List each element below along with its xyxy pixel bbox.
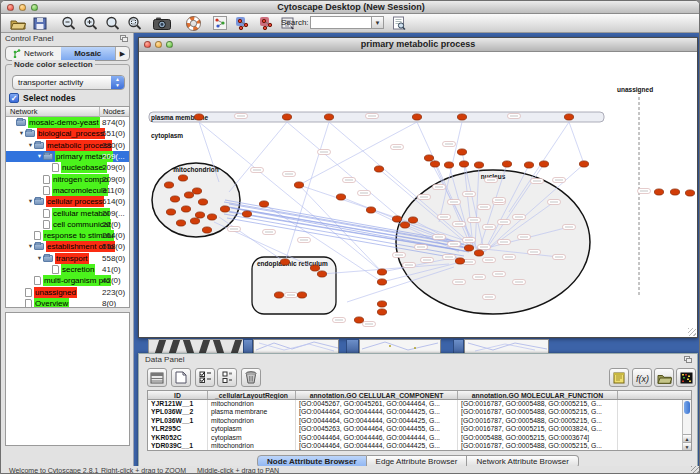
tree-row[interactable]: unassigned223(0)	[6, 286, 129, 297]
search-config-icon[interactable]	[390, 15, 408, 31]
tree-row[interactable]: cellular metabol209(...	[6, 207, 129, 218]
network-graph[interactable]: plasma membranecytoplasmmitochondrionnuc…	[139, 52, 697, 337]
tree-row[interactable]: cell communicat22(0)	[6, 219, 129, 230]
search-dropdown-icon[interactable]: ▼	[372, 16, 384, 29]
attribute-select-icon[interactable]	[147, 368, 167, 387]
search-input[interactable]	[310, 16, 372, 29]
tree-node-label[interactable]: transport	[55, 253, 89, 264]
tree-node-label[interactable]: secretion	[61, 264, 95, 275]
table-cell[interactable]: [GO:0016787, GO:0005488, GO:0005215, G..…	[458, 417, 618, 425]
attribute-matrix-icon[interactable]	[676, 368, 696, 387]
tree-expand-icon[interactable]: ▼	[27, 140, 34, 151]
table-scrollbar[interactable]: ▲ ▼	[682, 400, 691, 450]
open-session-icon[interactable]	[9, 15, 27, 31]
unselect-attributes-icon[interactable]	[217, 368, 237, 387]
attribute-table[interactable]: ID_cellularLayoutRegionannotation.GO CEL…	[147, 390, 692, 451]
tree-row[interactable]: ▼cellular process614(0)	[6, 196, 129, 207]
table-cell[interactable]: mitochondrion	[208, 442, 296, 450]
float-panel-icon[interactable]	[684, 356, 693, 364]
zoom-out-icon[interactable]	[59, 15, 77, 31]
tree-expand-icon[interactable]: ▼	[36, 151, 43, 162]
table-column-header[interactable]: _cellularLayoutRegion	[208, 391, 296, 399]
save-session-icon[interactable]	[31, 15, 49, 31]
table-row[interactable]: YPL036W__2plasma membrane[GO:0044464, GO…	[148, 408, 691, 416]
table-row[interactable]: YKR052Ccytoplasm[GO:0044464, GO:0044446,…	[148, 434, 691, 442]
tree-expand-icon[interactable]: ▼	[27, 241, 34, 252]
help-icon[interactable]	[184, 15, 202, 31]
network-view-window[interactable]: primary metabolic process plasma membran…	[138, 37, 698, 338]
table-cell[interactable]: YPL036W__2	[148, 408, 208, 416]
table-column-header[interactable]: ID	[148, 391, 208, 399]
network-tree-header[interactable]: Network Nodes	[6, 107, 129, 117]
delete-attribute-icon[interactable]	[241, 368, 261, 387]
table-cell[interactable]: YDR039C__1	[148, 442, 208, 450]
tree-row[interactable]: Overview8(0)	[6, 298, 129, 308]
zoom-selected-icon[interactable]	[125, 15, 143, 31]
tree-row[interactable]: secretion41(0)	[6, 264, 129, 275]
table-cell[interactable]: [GO:0044464, GO:0044444, GO:0044425, G..…	[296, 417, 458, 425]
snapshot-icon[interactable]	[153, 15, 171, 31]
table-row[interactable]: YPL036W__1mitochondrion[GO:0044464, GO:0…	[148, 417, 691, 425]
tree-row[interactable]: nitrogen compo209(0)	[6, 173, 129, 184]
zoom-fit-icon[interactable]	[103, 15, 121, 31]
table-cell[interactable]: cytoplasm	[208, 425, 296, 433]
attribute-table-header[interactable]: ID_cellularLayoutRegionannotation.GO CEL…	[148, 391, 691, 400]
table-cell[interactable]: YLR295C	[148, 425, 208, 433]
table-cell[interactable]: plasma membrane	[208, 408, 296, 416]
table-cell[interactable]: [GO:0005488, GO:0005215, GO:0003674]	[458, 434, 618, 442]
table-cell[interactable]: YJR121W__1	[148, 400, 208, 408]
table-cell[interactable]: mitochondrion	[208, 417, 296, 425]
background-window[interactable]	[243, 339, 253, 353]
tree-expand-icon[interactable]: ▼	[36, 253, 43, 264]
table-cell[interactable]: mitochondrion	[208, 400, 296, 408]
app-titlebar[interactable]: Cytoscape Desktop (New Session)	[1, 1, 700, 14]
tree-node-label[interactable]: multi-organism pro	[43, 275, 111, 286]
tree-expand-icon[interactable]: ▼	[27, 196, 34, 207]
select-nodes-checkbox[interactable]: ✓	[9, 93, 19, 103]
notepad-icon[interactable]	[609, 368, 629, 387]
table-cell[interactable]: [GO:0016787, GO:0005488, GO:0005215, G..…	[458, 442, 618, 450]
tree-node-label[interactable]: nucleobase-	[61, 162, 107, 173]
tree-row[interactable]: ▼establishment of lo558(0)	[6, 241, 129, 252]
tree-row[interactable]: ▼metabolic process280(0)	[6, 140, 129, 151]
table-cell[interactable]: [GO:0016787, GO:0005488, GO:0005215, G..…	[458, 408, 618, 416]
scrollbar-thumb[interactable]	[684, 401, 690, 414]
tree-node-label[interactable]: cellular process	[46, 196, 104, 207]
network-window-titlebar[interactable]: primary metabolic process	[139, 38, 697, 52]
tab-overflow-arrow-icon[interactable]: ▶	[115, 47, 129, 60]
scroll-up-icon[interactable]: ▲	[683, 434, 691, 442]
tree-row[interactable]: response to stimulu264(0)	[6, 230, 129, 241]
table-cell[interactable]: [GO:0045267, GO:0045261, GO:0044464, G..…	[296, 400, 458, 408]
tree-node-label[interactable]: mosaic-demo-yeast	[28, 117, 100, 128]
table-cell[interactable]: YKR052C	[148, 434, 208, 442]
table-row[interactable]: YDR039C__1mitochondrion[GO:0044464, GO:0…	[148, 442, 691, 450]
tree-row[interactable]: macromolecule311(0)	[6, 185, 129, 196]
background-window[interactable]	[359, 339, 441, 353]
formula-builder-icon[interactable]: f(x)	[632, 368, 652, 387]
scroll-down-icon[interactable]: ▼	[683, 442, 691, 450]
tree-row[interactable]: multi-organism pro42(0)	[6, 275, 129, 286]
table-cell[interactable]: [GO:0016787, GO:0005488, GO:0005215, G..…	[458, 400, 618, 408]
import-attributes-icon[interactable]	[654, 368, 674, 387]
table-cell[interactable]: [GO:0044464, GO:0044444, GO:0044425, G..…	[296, 408, 458, 416]
table-row[interactable]: YLR295Ccytoplasm[GO:0045263, GO:0044464,…	[148, 425, 691, 433]
tab-mosaic[interactable]: Mosaic	[61, 47, 116, 60]
tree-row[interactable]: nucleobase-209(0)	[6, 162, 129, 173]
zoom-in-icon[interactable]	[81, 15, 99, 31]
app-resize-grip[interactable]	[691, 466, 699, 473]
network-canvas[interactable]: plasma membranecytoplasmmitochondrionnuc…	[139, 52, 697, 337]
background-window[interactable]	[464, 339, 549, 353]
create-attribute-icon[interactable]	[171, 368, 191, 387]
tree-node-label[interactable]: macromolecule	[52, 185, 108, 196]
create-view-icon[interactable]	[233, 15, 251, 31]
tree-row[interactable]: ▼transport558(0)	[6, 253, 129, 264]
table-column-header[interactable]: annotation.GO CELLULAR_COMPONENT	[296, 391, 458, 399]
tree-node-label[interactable]: biological_process	[37, 128, 105, 139]
table-cell[interactable]: YPL036W__1	[148, 417, 208, 425]
tree-row[interactable]: ▼biological_process651(0)	[6, 128, 129, 139]
tree-expand-icon[interactable]: ▼	[18, 128, 25, 139]
tree-node-label[interactable]: unassigned	[34, 287, 77, 298]
tree-row[interactable]: ▼primary metabo209(...	[6, 151, 129, 162]
tree-column-divider[interactable]	[99, 107, 100, 117]
table-cell[interactable]: [GO:0044464, GO:0044446, GO:0044444, G..…	[296, 434, 458, 442]
